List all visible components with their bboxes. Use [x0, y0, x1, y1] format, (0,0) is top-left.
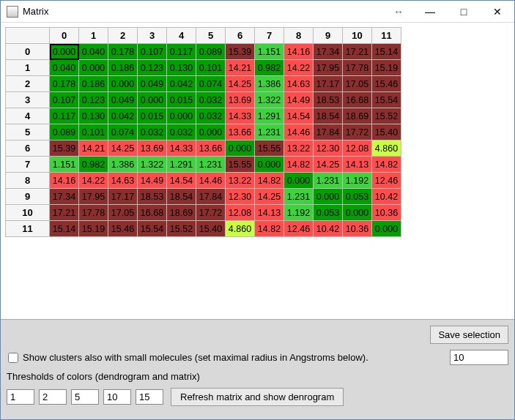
matrix-cell[interactable]: 0.040 [79, 44, 108, 60]
matrix-cell[interactable]: 14.49 [138, 173, 167, 189]
matrix-cell[interactable]: 18.53 [138, 189, 167, 205]
matrix-cell[interactable]: 12.46 [284, 221, 314, 237]
matrix-cell[interactable]: 15.14 [372, 44, 401, 60]
matrix-cell[interactable]: 0.000 [255, 157, 284, 173]
matrix-cell[interactable]: 0.000 [138, 92, 167, 108]
matrix-cell[interactable]: 14.33 [226, 108, 255, 124]
matrix-cell[interactable]: 0.000 [50, 44, 79, 60]
matrix-cell[interactable]: 14.25 [108, 140, 138, 157]
matrix-cell[interactable]: 15.46 [372, 76, 401, 92]
col-header[interactable]: 10 [343, 28, 372, 44]
matrix-cell[interactable]: 0.123 [79, 92, 108, 108]
matrix-cell[interactable]: 15.19 [79, 221, 108, 237]
threshold-input-4[interactable] [136, 389, 163, 405]
col-header[interactable]: 0 [50, 28, 79, 44]
matrix-cell[interactable]: 0.186 [79, 76, 108, 92]
matrix-cell[interactable]: 17.72 [196, 205, 226, 221]
matrix-cell[interactable]: 0.107 [138, 44, 167, 60]
row-header[interactable]: 10 [6, 205, 50, 221]
matrix-cell[interactable]: 14.21 [226, 60, 255, 76]
matrix-cell[interactable]: 0.107 [50, 92, 79, 108]
matrix-cell[interactable]: 13.22 [284, 140, 314, 157]
matrix-cell[interactable]: 14.33 [167, 140, 196, 157]
matrix-cell[interactable]: 17.78 [79, 205, 108, 221]
matrix-cell[interactable]: 14.13 [255, 205, 284, 221]
matrix-cell[interactable]: 1.291 [255, 108, 284, 124]
row-header[interactable]: 6 [6, 140, 50, 157]
matrix-cell[interactable]: 14.63 [108, 173, 138, 189]
col-header[interactable]: 8 [284, 28, 314, 44]
matrix-cell[interactable]: 18.54 [167, 189, 196, 205]
col-header[interactable]: 1 [79, 28, 108, 44]
matrix-cell[interactable]: 15.46 [108, 221, 138, 237]
matrix-cell[interactable]: 15.14 [50, 221, 79, 237]
matrix-cell[interactable]: 14.82 [284, 157, 314, 173]
matrix-cell[interactable]: 0.015 [167, 92, 196, 108]
matrix-cell[interactable]: 12.08 [226, 205, 255, 221]
row-header[interactable]: 8 [6, 173, 50, 189]
row-header[interactable]: 5 [6, 124, 50, 140]
matrix-cell[interactable]: 14.22 [284, 60, 314, 76]
matrix-cell[interactable]: 0.000 [314, 189, 343, 205]
refresh-button[interactable]: Refresh matrix and show denrogram [171, 388, 344, 406]
matrix-cell[interactable]: 0.178 [50, 76, 79, 92]
matrix-cell[interactable]: 10.36 [343, 221, 372, 237]
matrix-cell[interactable]: 14.25 [255, 189, 284, 205]
col-header[interactable]: 9 [314, 28, 343, 44]
row-header[interactable]: 11 [6, 221, 50, 237]
matrix-cell[interactable]: 15.40 [196, 221, 226, 237]
matrix-cell[interactable]: 0.000 [79, 60, 108, 76]
col-header[interactable]: 7 [255, 28, 284, 44]
matrix-cell[interactable]: 14.54 [167, 173, 196, 189]
close-button[interactable]: ✕ [481, 1, 514, 23]
threshold-input-3[interactable] [103, 389, 131, 405]
matrix-cell[interactable]: 14.82 [255, 221, 284, 237]
matrix-cell[interactable]: 14.82 [255, 173, 284, 189]
col-header[interactable]: 5 [196, 28, 226, 44]
matrix-cell[interactable]: 0.130 [167, 60, 196, 76]
matrix-cell[interactable]: 14.54 [284, 108, 314, 124]
matrix-cell[interactable]: 10.42 [314, 221, 343, 237]
matrix-cell[interactable]: 14.13 [343, 157, 372, 173]
row-header[interactable]: 7 [6, 157, 50, 173]
matrix-cell[interactable]: 14.16 [284, 44, 314, 60]
row-header[interactable]: 4 [6, 108, 50, 124]
matrix-cell[interactable]: 0.186 [108, 60, 138, 76]
matrix-cell[interactable]: 0.032 [138, 124, 167, 140]
matrix-cell[interactable]: 0.040 [50, 60, 79, 76]
matrix-cell[interactable]: 1.231 [255, 124, 284, 140]
matrix-cell[interactable]: 16.68 [138, 205, 167, 221]
matrix-cell[interactable]: 0.042 [167, 76, 196, 92]
matrix-cell[interactable]: 17.21 [343, 44, 372, 60]
matrix-cell[interactable]: 17.95 [314, 60, 343, 76]
matrix-cell[interactable]: 12.46 [372, 173, 401, 189]
matrix-cell[interactable]: 1.231 [314, 173, 343, 189]
row-header[interactable]: 9 [6, 189, 50, 205]
matrix-cell[interactable]: 0.000 [108, 76, 138, 92]
matrix-cell[interactable]: 14.22 [79, 173, 108, 189]
matrix-cell[interactable]: 18.69 [167, 205, 196, 221]
matrix-cell[interactable]: 0.982 [255, 60, 284, 76]
maximize-button[interactable]: □ [447, 1, 481, 23]
matrix-cell[interactable]: 14.25 [314, 157, 343, 173]
matrix-cell[interactable]: 14.21 [79, 140, 108, 157]
matrix-cell[interactable]: 0.000 [343, 205, 372, 221]
matrix-cell[interactable]: 12.08 [343, 140, 372, 157]
matrix-cell[interactable]: 0.000 [284, 173, 314, 189]
matrix-cell[interactable]: 13.22 [226, 173, 255, 189]
matrix-table[interactable]: 0123456789101100.0000.0400.1780.1070.117… [5, 27, 401, 237]
col-header[interactable]: 11 [372, 28, 401, 44]
col-header[interactable]: 4 [167, 28, 196, 44]
matrix-cell[interactable]: 10.42 [372, 189, 401, 205]
matrix-cell[interactable]: 15.39 [50, 140, 79, 157]
matrix-cell[interactable]: 1.151 [50, 157, 79, 173]
matrix-cell[interactable]: 0.000 [167, 108, 196, 124]
matrix-cell[interactable]: 0.053 [343, 189, 372, 205]
matrix-cell[interactable]: 0.089 [50, 124, 79, 140]
row-header[interactable]: 2 [6, 76, 50, 92]
matrix-cell[interactable]: 0.000 [226, 140, 255, 157]
matrix-cell[interactable]: 0.000 [196, 124, 226, 140]
matrix-cell[interactable]: 15.40 [372, 124, 401, 140]
matrix-cell[interactable]: 14.46 [284, 124, 314, 140]
matrix-cell[interactable]: 15.52 [372, 108, 401, 124]
